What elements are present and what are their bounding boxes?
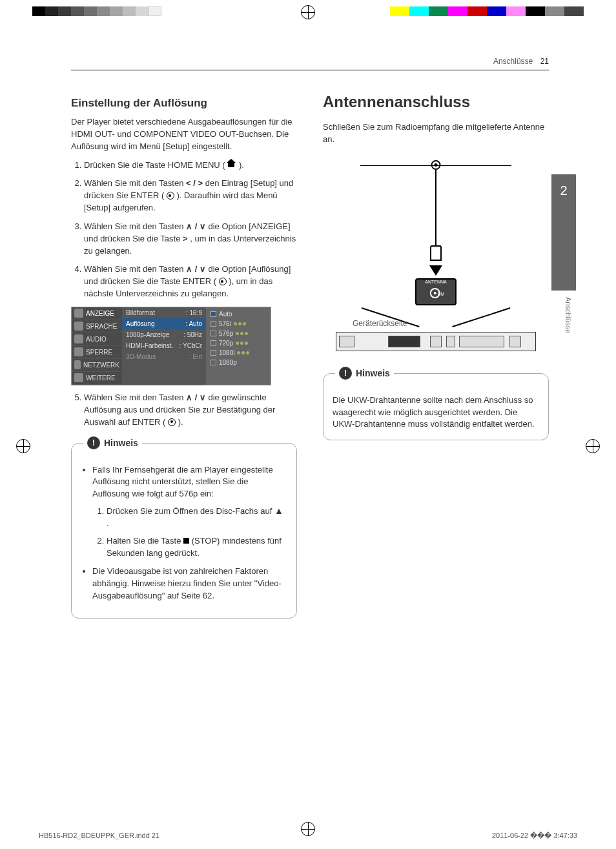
- step-2: Wählen Sie mit den Tasten < / > den Eint…: [84, 178, 297, 214]
- antenna-wire-icon: [360, 165, 438, 166]
- steps-list: Drücken Sie die Taste HOME MENU ( ). Wäh…: [71, 159, 297, 300]
- running-header: Anschlüsse 21: [493, 57, 549, 66]
- osd-settings: Bildformat: 16:9 Auflösung: Auto 1080p-A…: [122, 307, 206, 385]
- cmyk-blocks: [390, 6, 584, 19]
- left-column: Einstellung der Auflösung Der Player bie…: [71, 90, 297, 768]
- arrow-down-icon: [429, 265, 442, 276]
- page-number: 21: [540, 57, 549, 66]
- fm-label: FM: [438, 292, 444, 296]
- lock-icon: [74, 347, 83, 356]
- note-bullet-2: Die Videoausgabe ist von zahlreichen Fak…: [92, 566, 287, 602]
- audio-icon: [74, 334, 83, 343]
- print-footer: HB516-RD2_BDEUPPK_GER.indd 21 2011-06-22…: [39, 832, 577, 840]
- antenna-wire-icon: [434, 165, 511, 166]
- step-4: Wählen Sie mit den Tasten ∧ / ∨ die Opti…: [84, 263, 297, 300]
- up-down-icon: ∧ / ∨: [186, 264, 206, 274]
- left-right-icon: < / >: [186, 178, 203, 188]
- antenna-figure: ANTENNA FM Geräterückseite: [323, 152, 549, 359]
- language-icon: [74, 322, 83, 331]
- callout-line-icon: [452, 307, 510, 327]
- section-name: Anschlüsse: [493, 57, 533, 66]
- right-icon: >: [183, 234, 188, 243]
- jack-label: ANTENNA: [418, 280, 454, 284]
- antenna-intro: Schließen Sie zum Radioempfang die mitge…: [323, 121, 549, 146]
- home-icon: [227, 160, 236, 168]
- note-title: Hinweis: [104, 438, 138, 448]
- right-column: Antennenanschluss Schließen Sie zum Radi…: [323, 90, 549, 768]
- enter-icon: [167, 192, 174, 199]
- footer-filename: HB516-RD2_BDEUPPK_GER.indd 21: [39, 832, 159, 840]
- enter-icon: [219, 278, 227, 285]
- heading-antenna: Antennenanschluss: [323, 93, 549, 111]
- registration-mark-icon: [301, 5, 315, 19]
- note-badge: ! Hinweis: [83, 436, 142, 449]
- note-badge: ! Hinweis: [335, 367, 394, 380]
- rear-panel-label: Geräterückseite: [353, 319, 407, 328]
- osd-menu: ANZEIGE SPRACHE AUDIO SPERRE NETZWERK WE…: [72, 307, 122, 385]
- antenna-connector-icon: [431, 160, 441, 170]
- subheading-resolution: Einstellung der Auflösung: [71, 97, 297, 110]
- enter-icon: [168, 418, 176, 426]
- grayscale-blocks: [32, 6, 161, 19]
- up-down-icon: ∧ / ∨: [186, 221, 206, 231]
- info-icon: !: [87, 436, 100, 449]
- note-box-left: ! Hinweis Falls Ihr Fernsehgerät die am …: [71, 443, 297, 619]
- info-icon: !: [339, 367, 352, 380]
- chapter-number: 2: [560, 183, 567, 198]
- chapter-tab-label: Anschlüsse: [564, 297, 572, 333]
- step-1: Drücken Sie die Taste HOME MENU ( ).: [84, 159, 297, 172]
- step-3: Wählen Sie mit den Tasten ∧ / ∨ die Opti…: [84, 221, 297, 258]
- display-icon: [74, 309, 83, 318]
- note-substep-1: Drücken Sie zum Öffnen des Disc-Fachs au…: [107, 504, 287, 530]
- osd-screenshot: ANZEIGE SPRACHE AUDIO SPERRE NETZWERK WE…: [71, 307, 271, 385]
- up-down-icon: ∧ / ∨: [186, 393, 206, 402]
- registration-mark-icon: [16, 439, 30, 453]
- page-content: Anschlüsse 21 2 Anschlüsse Einstellung d…: [71, 52, 549, 794]
- rear-panel-icon: [336, 332, 536, 351]
- stop-icon: [183, 538, 189, 544]
- note-bullet-1: Falls Ihr Fernsehgerät die am Player ein…: [92, 464, 287, 560]
- antenna-cable-icon: [435, 170, 436, 246]
- network-icon: [74, 360, 81, 369]
- others-icon: [74, 373, 83, 382]
- footer-timestamp: 2011-06-22 ��� 3:47:33: [492, 832, 577, 840]
- osd-options: Auto 576i 576p 720p 1080i 1080p: [206, 307, 271, 385]
- chapter-tab: 2: [551, 174, 576, 291]
- step-5: Wählen Sie mit den Tasten ∧ / ∨ die gewü…: [84, 392, 297, 429]
- note-box-right: ! Hinweis Die UKW-Drahtantenne sollte na…: [323, 373, 549, 441]
- steps-list-cont: Wählen Sie mit den Tasten ∧ / ∨ die gewü…: [71, 392, 297, 429]
- eject-icon: ▲: [274, 506, 283, 516]
- note-substep-2: Halten Sie die Taste (STOP) mindestens f…: [107, 535, 287, 560]
- registration-mark-icon: [586, 439, 600, 453]
- note-title: Hinweis: [356, 368, 390, 378]
- header-rule: [71, 70, 549, 70]
- antenna-plug-icon: [430, 245, 442, 261]
- intro-paragraph: Der Player bietet verschiedene Ausgabeau…: [71, 116, 297, 153]
- note-text: Die UKW-Drahtantenne sollte nach dem Ans…: [333, 394, 539, 431]
